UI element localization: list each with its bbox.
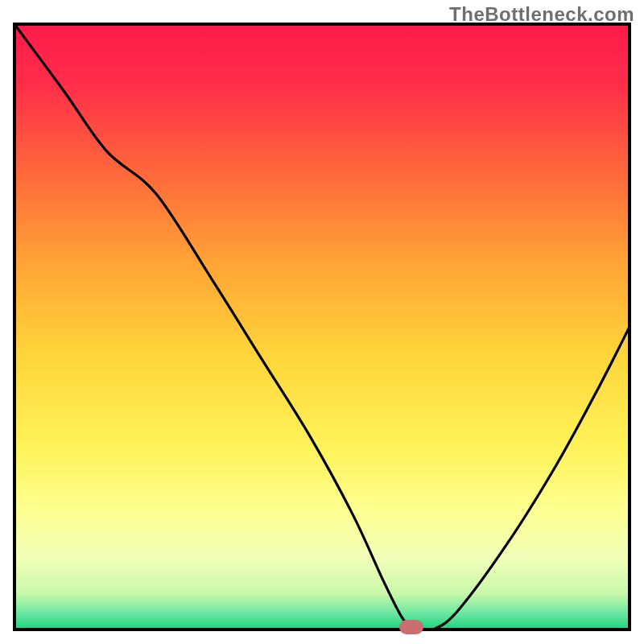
attribution-label: TheBottleneck.com <box>449 3 634 26</box>
selected-point-marker[interactable] <box>399 620 423 634</box>
chart-frame: TheBottleneck.com <box>0 0 644 644</box>
chart-canvas <box>0 0 644 644</box>
plot-background <box>14 24 630 630</box>
